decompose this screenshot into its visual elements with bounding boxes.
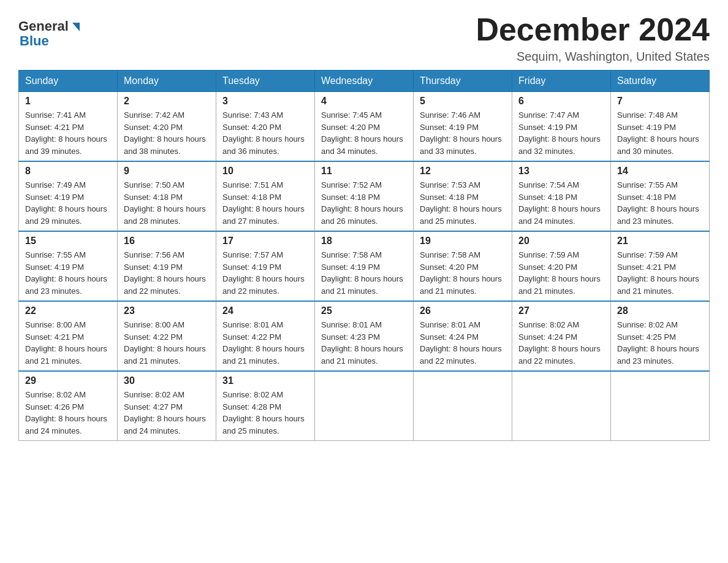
day-number: 2 [124, 96, 210, 107]
day-number: 11 [321, 166, 407, 177]
calendar-day-cell: 21Sunrise: 7:59 AMSunset: 4:21 PMDayligh… [611, 231, 710, 301]
day-info: Sunrise: 7:48 AMSunset: 4:19 PMDaylight:… [617, 109, 703, 157]
calendar-day-cell: 15Sunrise: 7:55 AMSunset: 4:19 PMDayligh… [19, 231, 118, 301]
day-number: 1 [25, 96, 111, 107]
calendar-day-cell: 4Sunrise: 7:45 AMSunset: 4:20 PMDaylight… [315, 92, 414, 162]
day-info: Sunrise: 7:59 AMSunset: 4:21 PMDaylight:… [617, 249, 703, 297]
logo-general-text: General [18, 18, 69, 34]
calendar-day-cell: 8Sunrise: 7:49 AMSunset: 4:19 PMDaylight… [19, 161, 118, 231]
day-info: Sunrise: 7:55 AMSunset: 4:19 PMDaylight:… [25, 249, 111, 297]
day-info: Sunrise: 8:00 AMSunset: 4:22 PMDaylight:… [124, 319, 210, 367]
day-number: 24 [222, 305, 308, 316]
calendar-day-cell: 31Sunrise: 8:02 AMSunset: 4:28 PMDayligh… [216, 371, 315, 441]
day-info: Sunrise: 7:45 AMSunset: 4:20 PMDaylight:… [321, 109, 407, 157]
calendar-day-cell: 29Sunrise: 8:02 AMSunset: 4:26 PMDayligh… [19, 371, 118, 441]
weekday-header-friday: Friday [512, 71, 611, 92]
day-number: 13 [518, 166, 604, 177]
calendar-day-cell: 24Sunrise: 8:01 AMSunset: 4:22 PMDayligh… [216, 301, 315, 371]
calendar-day-cell: 2Sunrise: 7:42 AMSunset: 4:20 PMDaylight… [118, 92, 216, 162]
day-info: Sunrise: 8:02 AMSunset: 4:25 PMDaylight:… [617, 319, 703, 367]
day-info: Sunrise: 7:50 AMSunset: 4:18 PMDaylight:… [124, 179, 210, 227]
calendar-day-cell: 26Sunrise: 8:01 AMSunset: 4:24 PMDayligh… [414, 301, 512, 371]
weekday-header-monday: Monday [118, 71, 216, 92]
day-info: Sunrise: 7:54 AMSunset: 4:18 PMDaylight:… [518, 179, 604, 227]
calendar-week-row: 1Sunrise: 7:41 AMSunset: 4:21 PMDaylight… [19, 92, 710, 162]
calendar-day-cell: 27Sunrise: 8:02 AMSunset: 4:24 PMDayligh… [512, 301, 611, 371]
calendar-day-cell: 9Sunrise: 7:50 AMSunset: 4:18 PMDaylight… [118, 161, 216, 231]
day-number: 4 [321, 96, 407, 107]
day-number: 8 [25, 166, 111, 177]
day-number: 18 [321, 236, 407, 247]
calendar-day-cell: 6Sunrise: 7:47 AMSunset: 4:19 PMDaylight… [512, 92, 611, 162]
day-info: Sunrise: 7:52 AMSunset: 4:18 PMDaylight:… [321, 179, 407, 227]
calendar-day-cell: 1Sunrise: 7:41 AMSunset: 4:21 PMDaylight… [19, 92, 118, 162]
day-info: Sunrise: 7:43 AMSunset: 4:20 PMDaylight:… [222, 109, 308, 157]
logo-blue-text: Blue [20, 33, 49, 49]
day-number: 29 [25, 375, 111, 386]
day-number: 20 [518, 236, 604, 247]
calendar-week-row: 29Sunrise: 8:02 AMSunset: 4:26 PMDayligh… [19, 371, 710, 441]
day-number: 6 [518, 96, 604, 107]
day-number: 14 [617, 166, 703, 177]
day-number: 27 [518, 305, 604, 316]
calendar-week-row: 22Sunrise: 8:00 AMSunset: 4:21 PMDayligh… [19, 301, 710, 371]
day-number: 31 [222, 375, 308, 386]
logo: General Blue [18, 18, 80, 49]
calendar-day-cell: 19Sunrise: 7:58 AMSunset: 4:20 PMDayligh… [414, 231, 512, 301]
day-number: 16 [124, 236, 210, 247]
day-info: Sunrise: 8:02 AMSunset: 4:27 PMDaylight:… [124, 389, 210, 437]
title-area: December 2024 Sequim, Washington, United… [476, 12, 710, 64]
calendar-day-cell: 12Sunrise: 7:53 AMSunset: 4:18 PMDayligh… [414, 161, 512, 231]
day-info: Sunrise: 7:46 AMSunset: 4:19 PMDaylight:… [420, 109, 506, 157]
calendar-day-cell [512, 371, 611, 441]
weekday-header-tuesday: Tuesday [216, 71, 315, 92]
day-number: 12 [420, 166, 506, 177]
day-info: Sunrise: 7:58 AMSunset: 4:19 PMDaylight:… [321, 249, 407, 297]
day-info: Sunrise: 8:00 AMSunset: 4:21 PMDaylight:… [25, 319, 111, 367]
day-info: Sunrise: 8:01 AMSunset: 4:22 PMDaylight:… [222, 319, 308, 367]
weekday-header-wednesday: Wednesday [315, 71, 414, 92]
calendar-day-cell: 7Sunrise: 7:48 AMSunset: 4:19 PMDaylight… [611, 92, 710, 162]
day-number: 15 [25, 236, 111, 247]
day-number: 21 [617, 236, 703, 247]
weekday-header-sunday: Sunday [19, 71, 118, 92]
day-info: Sunrise: 8:02 AMSunset: 4:24 PMDaylight:… [518, 319, 604, 367]
calendar-day-cell: 22Sunrise: 8:00 AMSunset: 4:21 PMDayligh… [19, 301, 118, 371]
day-number: 17 [222, 236, 308, 247]
weekday-header-thursday: Thursday [414, 71, 512, 92]
day-info: Sunrise: 8:01 AMSunset: 4:23 PMDaylight:… [321, 319, 407, 367]
day-info: Sunrise: 7:57 AMSunset: 4:19 PMDaylight:… [222, 249, 308, 297]
calendar-day-cell [611, 371, 710, 441]
calendar-day-cell: 14Sunrise: 7:55 AMSunset: 4:18 PMDayligh… [611, 161, 710, 231]
calendar-day-cell: 18Sunrise: 7:58 AMSunset: 4:19 PMDayligh… [315, 231, 414, 301]
day-number: 28 [617, 305, 703, 316]
day-number: 19 [420, 236, 506, 247]
day-number: 23 [124, 305, 210, 316]
calendar-week-row: 15Sunrise: 7:55 AMSunset: 4:19 PMDayligh… [19, 231, 710, 301]
day-number: 30 [124, 375, 210, 386]
day-number: 25 [321, 305, 407, 316]
calendar-day-cell: 20Sunrise: 7:59 AMSunset: 4:20 PMDayligh… [512, 231, 611, 301]
calendar-day-cell: 17Sunrise: 7:57 AMSunset: 4:19 PMDayligh… [216, 231, 315, 301]
month-title: December 2024 [476, 12, 710, 47]
day-info: Sunrise: 7:41 AMSunset: 4:21 PMDaylight:… [25, 109, 111, 157]
day-number: 7 [617, 96, 703, 107]
calendar-day-cell [315, 371, 414, 441]
calendar-day-cell: 25Sunrise: 8:01 AMSunset: 4:23 PMDayligh… [315, 301, 414, 371]
day-info: Sunrise: 7:59 AMSunset: 4:20 PMDaylight:… [518, 249, 604, 297]
day-info: Sunrise: 8:02 AMSunset: 4:28 PMDaylight:… [222, 389, 308, 437]
calendar-day-cell: 28Sunrise: 8:02 AMSunset: 4:25 PMDayligh… [611, 301, 710, 371]
day-number: 10 [222, 166, 308, 177]
day-number: 5 [420, 96, 506, 107]
day-info: Sunrise: 7:47 AMSunset: 4:19 PMDaylight:… [518, 109, 604, 157]
weekday-header-saturday: Saturday [611, 71, 710, 92]
calendar-day-cell: 10Sunrise: 7:51 AMSunset: 4:18 PMDayligh… [216, 161, 315, 231]
calendar-week-row: 8Sunrise: 7:49 AMSunset: 4:19 PMDaylight… [19, 161, 710, 231]
day-info: Sunrise: 7:56 AMSunset: 4:19 PMDaylight:… [124, 249, 210, 297]
day-info: Sunrise: 8:01 AMSunset: 4:24 PMDaylight:… [420, 319, 506, 367]
calendar-day-cell: 5Sunrise: 7:46 AMSunset: 4:19 PMDaylight… [414, 92, 512, 162]
calendar-day-cell [414, 371, 512, 441]
day-number: 22 [25, 305, 111, 316]
day-info: Sunrise: 7:42 AMSunset: 4:20 PMDaylight:… [124, 109, 210, 157]
calendar-day-cell: 13Sunrise: 7:54 AMSunset: 4:18 PMDayligh… [512, 161, 611, 231]
